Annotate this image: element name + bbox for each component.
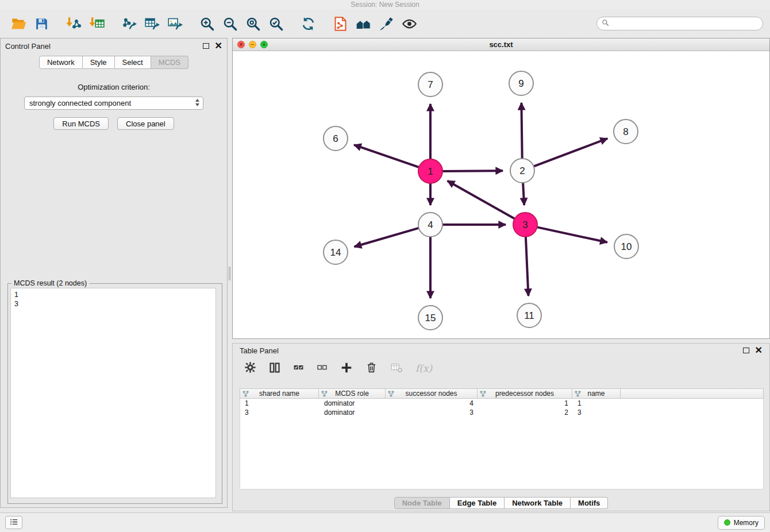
graph-edge-2-8[interactable] — [534, 138, 608, 167]
graph-node-15[interactable]: 15 — [418, 306, 442, 330]
tab-network[interactable]: Network — [39, 56, 83, 69]
search-box[interactable] — [596, 17, 763, 30]
close-panel-button[interactable]: Close panel — [117, 117, 174, 130]
graph-edge-3-1[interactable] — [448, 181, 515, 219]
export-network-icon — [121, 16, 137, 32]
graph-node-11[interactable]: 11 — [517, 303, 541, 327]
zoom-in-button[interactable] — [195, 12, 218, 35]
zoom-out-button[interactable] — [218, 12, 241, 35]
select-all-button[interactable] — [293, 360, 304, 376]
column-header-successor-nodes[interactable]: successor nodes — [386, 388, 478, 399]
save-button[interactable] — [30, 12, 53, 35]
show-graphics-button[interactable] — [398, 12, 421, 35]
criterion-value: strongly connected component — [29, 99, 131, 107]
graph-node-label: 4 — [428, 219, 433, 230]
zoom-fit-icon — [245, 16, 261, 32]
import-table-button[interactable] — [85, 12, 108, 35]
network-canvas[interactable]: 7968124314101511 — [233, 51, 769, 338]
apply-function-button[interactable]: f(x) — [415, 360, 432, 376]
table-cell: 1 — [478, 399, 573, 408]
panel-splitter[interactable] — [228, 38, 232, 511]
column-header-name[interactable]: name — [572, 388, 621, 399]
apply-layout-button[interactable] — [297, 12, 319, 35]
delete-table-button[interactable] — [390, 360, 403, 376]
zoom-selected-button[interactable] — [264, 12, 287, 35]
export-table-button[interactable] — [140, 12, 163, 35]
search-input[interactable] — [612, 20, 758, 28]
close-window-button[interactable]: × — [237, 41, 245, 48]
criterion-dropdown[interactable]: strongly connected component — [24, 97, 203, 110]
float-panel-icon[interactable] — [203, 43, 209, 49]
graph-node-4[interactable]: 4 — [418, 213, 442, 237]
graph-node-2[interactable]: 2 — [510, 159, 534, 183]
close-panel-icon[interactable]: ✕ — [215, 43, 222, 49]
tab-edge-table[interactable]: Edge Table — [450, 497, 505, 509]
show-columns-button[interactable] — [269, 360, 280, 376]
import-network-button[interactable] — [62, 12, 85, 35]
network-document-button[interactable] — [329, 12, 352, 35]
float-table-panel-icon[interactable] — [743, 348, 749, 353]
sort-icon — [321, 391, 328, 399]
graph-edge-1-2[interactable] — [442, 171, 503, 171]
export-table-icon — [144, 16, 160, 32]
delete-column-button[interactable] — [365, 360, 378, 376]
graph-edge-3-11[interactable] — [526, 237, 529, 296]
deselect-all-button[interactable] — [317, 360, 328, 376]
graph-node-7[interactable]: 7 — [418, 72, 442, 97]
brush-icon — [379, 16, 394, 32]
network-graph[interactable]: 7968124314101511 — [233, 51, 769, 338]
graph-node-14[interactable]: 14 — [324, 240, 348, 264]
tab-mcds[interactable]: MCDS — [151, 56, 188, 69]
search-icon — [602, 18, 609, 29]
close-table-panel-icon[interactable]: ✕ — [755, 347, 763, 354]
table-options-button[interactable] — [244, 360, 256, 376]
graph-edge-4-14[interactable] — [355, 228, 419, 247]
toolbar-separator — [186, 15, 195, 32]
graph-node-8[interactable]: 8 — [614, 119, 638, 144]
memory-button[interactable]: Memory — [718, 516, 765, 530]
graph-node-label: 3 — [522, 219, 528, 230]
graph-edge-2-9[interactable] — [521, 103, 522, 159]
graph-edge-3-10[interactable] — [537, 227, 607, 242]
zoom-window-button[interactable]: + — [260, 41, 268, 48]
unchecked-boxes-icon — [317, 362, 328, 375]
mcds-result-item[interactable]: 1 — [14, 290, 212, 299]
table-body[interactable]: 1dominator4113dominator323 — [240, 399, 764, 489]
network-window-titlebar[interactable]: scc.txt × − + — [233, 38, 769, 51]
mcds-result-item[interactable]: 3 — [14, 299, 212, 309]
tab-network-table[interactable]: Network Table — [505, 497, 571, 509]
column-header-shared-name[interactable]: shared name — [240, 388, 319, 399]
graph-node-6[interactable]: 6 — [324, 126, 348, 151]
minimize-window-button[interactable]: − — [249, 41, 256, 48]
tab-motifs[interactable]: Motifs — [571, 497, 608, 509]
graph-node-3[interactable]: 3 — [513, 213, 537, 237]
mcds-result-list[interactable]: 13 — [10, 288, 216, 498]
task-history-button[interactable] — [5, 516, 22, 529]
table-panel-title: Table Panel — [240, 346, 279, 355]
apply-style-button[interactable] — [375, 12, 398, 35]
export-image-button[interactable] — [163, 12, 186, 35]
table-header-row: shared nameMCDS rolesuccessor nodesprede… — [240, 388, 764, 399]
column-header-MCDS-role[interactable]: MCDS role — [319, 388, 386, 399]
add-column-button[interactable] — [340, 360, 353, 376]
zoom-fit-button[interactable] — [241, 12, 264, 35]
table-row[interactable]: 3dominator323 — [240, 408, 763, 417]
column-header-predecessor-nodes[interactable]: predecessor nodes — [478, 388, 572, 399]
graph-edge-2-3[interactable] — [523, 183, 524, 205]
tab-node-table[interactable]: Node Table — [394, 497, 450, 509]
table-row[interactable]: 1dominator411 — [240, 399, 763, 408]
first-neighbors-button[interactable] — [352, 12, 375, 35]
run-mcds-button[interactable]: Run MCDS — [53, 117, 109, 130]
table-cell: dominator — [319, 408, 386, 417]
graph-node-9[interactable]: 9 — [509, 71, 533, 95]
graph-node-10[interactable]: 10 — [614, 234, 638, 259]
graph-node-1[interactable]: 1 — [418, 159, 442, 183]
tab-style[interactable]: Style — [83, 56, 115, 69]
open-file-button[interactable] — [7, 12, 30, 35]
network-document-icon — [333, 16, 348, 32]
export-network-button[interactable] — [117, 12, 140, 35]
tab-select[interactable]: Select — [115, 56, 151, 69]
trash-icon — [365, 361, 378, 375]
window-titlebar[interactable]: Session: New Session — [0, 0, 770, 9]
graph-edge-1-6[interactable] — [354, 145, 419, 167]
